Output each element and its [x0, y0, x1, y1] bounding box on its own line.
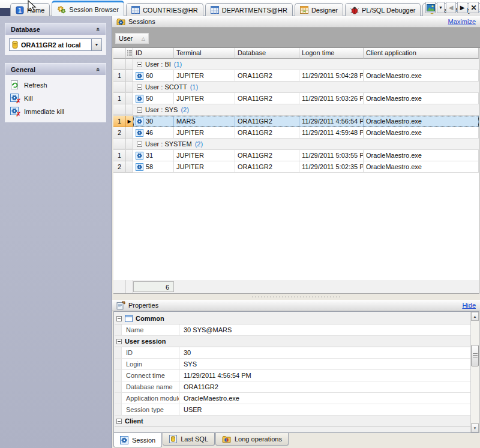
- group-header-content[interactable]: User : SYSTEM (2): [133, 139, 479, 149]
- sidebar-item-kill[interactable]: ✗ Kill: [9, 92, 102, 105]
- bottom-tab-long-operations[interactable]: Long operations: [215, 433, 289, 446]
- group-header-content[interactable]: User : BI (1): [133, 59, 479, 70]
- property-row[interactable]: Name30 SYS@MARS: [115, 324, 470, 336]
- tab-plsql-debugger[interactable]: PL/SQL Debugger: [345, 3, 421, 16]
- bottom-tab-last-sql[interactable]: Last SQL: [163, 433, 215, 446]
- row-number-cell: 1: [113, 93, 126, 104]
- column-header-client-application[interactable]: Client application: [364, 48, 479, 59]
- group-count: (2): [181, 106, 188, 113]
- sidebar-item-immediate-kill[interactable]: ✗ Immediate kill: [9, 105, 102, 118]
- column-header-id[interactable]: ID: [133, 48, 174, 59]
- tab-designer[interactable]: Designer: [295, 3, 343, 16]
- scrollbar-thumb[interactable]: [471, 345, 479, 366]
- group-count: (1): [190, 83, 198, 91]
- property-row[interactable]: LoginSYS: [115, 359, 470, 370]
- image-menu-button[interactable]: [425, 2, 436, 13]
- indicator-cell: [126, 139, 133, 149]
- property-row[interactable]: Application moduleOracleMaestro.exe: [115, 393, 470, 404]
- cell-client-application: OracleMaestro.exe: [364, 161, 479, 173]
- tab-session-browser[interactable]: Session Browser: [52, 1, 124, 16]
- database-cylinder-icon: [11, 40, 19, 49]
- maximize-link[interactable]: Maximize: [448, 18, 476, 25]
- tab-label: COUNTRIES@HR: [143, 7, 198, 14]
- bottom-tab-label: Session: [132, 437, 155, 444]
- image-menu-dropdown-button[interactable]: ▼: [437, 2, 445, 13]
- tab-departments[interactable]: DEPARTMENTS@HR: [205, 3, 293, 16]
- cell-terminal: JUPITER: [174, 127, 235, 139]
- property-value: ORA11GR2: [179, 381, 470, 392]
- indicator-cell: ▶: [126, 116, 133, 127]
- property-group-header[interactable]: Client: [115, 416, 470, 427]
- collapse-group-icon[interactable]: [116, 339, 122, 344]
- database-section-header[interactable]: Database «: [5, 23, 106, 35]
- session-row[interactable]: 160JUPITERORA11GR211/29/2011 5:04:28 PMO…: [113, 70, 479, 82]
- cell-database: ORA11GR2: [235, 70, 299, 82]
- property-group-header[interactable]: Common: [115, 313, 470, 324]
- top-tab-bar: 1 Home Session Browser: [0, 0, 480, 16]
- session-row-cells: 31JUPITERORA11GR211/29/2011 5:03:55 PMOr…: [133, 150, 479, 161]
- bottom-tab-session[interactable]: Session: [113, 433, 162, 447]
- session-gear-icon: [120, 436, 128, 444]
- dropdown-arrow-button[interactable]: ▼: [91, 39, 101, 50]
- collapse-group-icon[interactable]: [116, 316, 122, 321]
- tabbar-corner-decoration: [0, 8, 10, 16]
- session-row[interactable]: 150JUPITERORA11GR211/29/2011 5:03:26 PMO…: [113, 93, 479, 104]
- group-header-content[interactable]: User : SYS (2): [133, 104, 479, 115]
- grid-menu-icon: [127, 50, 132, 56]
- property-group-header[interactable]: User session: [115, 336, 470, 347]
- property-row[interactable]: ID30: [115, 347, 470, 359]
- session-row-cells: 46JUPITERORA11GR211/29/2011 4:59:48 PMOr…: [133, 127, 479, 139]
- database-selector[interactable]: ORA11GR2 at local ▼: [9, 38, 102, 51]
- collapse-chevron-icon[interactable]: «: [95, 67, 102, 71]
- session-row[interactable]: 246JUPITERORA11GR211/29/2011 4:59:48 PMO…: [113, 127, 479, 139]
- collapse-chevron-icon[interactable]: «: [95, 27, 102, 31]
- prev-tab-button[interactable]: ◀: [446, 2, 456, 13]
- tab-countries[interactable]: COUNTRIES@HR: [126, 3, 203, 16]
- general-section-header[interactable]: General «: [5, 64, 106, 75]
- property-row[interactable]: Connect time11/29/2011 4:56:54 PM: [115, 370, 470, 381]
- panel-splitter[interactable]: [112, 294, 480, 300]
- group-row: User : SYSTEM (2): [113, 139, 479, 150]
- property-row-gutter: [115, 370, 122, 381]
- group-row: User : BI (1): [113, 59, 479, 70]
- session-id: 60: [146, 72, 153, 79]
- session-row[interactable]: 258JUPITERORA11GR211/29/2011 5:02:35 PMO…: [113, 161, 479, 173]
- gears-icon: [57, 5, 66, 14]
- scroll-down-button[interactable]: ▼: [471, 423, 479, 432]
- indicator-column-header[interactable]: [126, 48, 133, 59]
- property-row[interactable]: Session typeUSER: [115, 404, 470, 416]
- row-number-column-header[interactable]: [113, 48, 126, 59]
- property-row-gutter: [115, 393, 122, 404]
- session-gear-icon: [136, 95, 143, 103]
- property-row[interactable]: Database nameORA11GR2: [115, 381, 470, 393]
- cell-terminal: JUPITER: [174, 150, 235, 161]
- cell-id: 31: [133, 150, 174, 161]
- splitter-grip-icon: [251, 296, 341, 299]
- session-count-summary: 6: [133, 281, 174, 292]
- column-header-logon-time[interactable]: Logon time: [299, 48, 364, 59]
- collapse-group-icon[interactable]: [116, 419, 122, 424]
- indicator-cell: [126, 161, 133, 173]
- collapse-group-icon[interactable]: [137, 62, 142, 67]
- cell-database: ORA11GR2: [235, 93, 299, 104]
- close-tab-button[interactable]: ✕: [469, 2, 479, 13]
- group-header-content[interactable]: User : SCOTT (1): [133, 82, 479, 92]
- column-header-database[interactable]: Database: [235, 48, 299, 59]
- collapse-group-icon[interactable]: [137, 142, 142, 147]
- group-by-user-button[interactable]: User △: [115, 33, 149, 44]
- sessions-folder-icon: [116, 18, 125, 26]
- session-row[interactable]: 1▶30MARSORA11GR211/29/2011 4:56:54 PMOra…: [113, 116, 479, 127]
- sidebar-item-refresh[interactable]: Refresh: [9, 79, 102, 92]
- session-id: 30: [146, 118, 153, 125]
- scroll-up-button[interactable]: ▲: [471, 312, 479, 321]
- session-gear-icon: [136, 72, 143, 80]
- collapse-group-icon[interactable]: [137, 107, 142, 113]
- column-header-terminal[interactable]: Terminal: [174, 48, 235, 59]
- hide-link[interactable]: Hide: [462, 302, 476, 309]
- next-tab-button[interactable]: ▶: [457, 2, 467, 13]
- properties-scrollbar[interactable]: ▲ ▼: [470, 312, 479, 432]
- collapse-group-icon[interactable]: [137, 85, 142, 90]
- grid-footer: 6: [113, 280, 479, 294]
- session-row[interactable]: 131JUPITERORA11GR211/29/2011 5:03:55 PMO…: [113, 150, 479, 161]
- prev-arrow-icon: ◀: [449, 4, 454, 11]
